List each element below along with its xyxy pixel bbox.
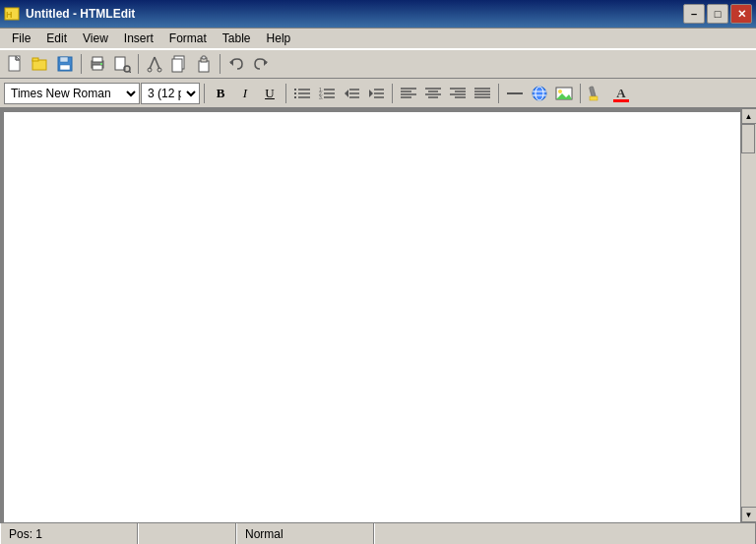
ordered-list-icon: 1. 2. 3. bbox=[318, 85, 336, 102]
bold-button[interactable]: B bbox=[209, 82, 232, 105]
undo-button[interactable] bbox=[224, 52, 248, 76]
redo-icon bbox=[252, 55, 270, 73]
scroll-up-button[interactable]: ▲ bbox=[741, 108, 757, 124]
new-icon bbox=[7, 55, 25, 73]
print-button[interactable] bbox=[86, 52, 109, 76]
title-bar-controls: – □ ✕ bbox=[683, 4, 752, 24]
paste-button[interactable] bbox=[192, 52, 216, 76]
toolbar1-sep1 bbox=[81, 54, 82, 74]
svg-marker-45 bbox=[369, 90, 373, 97]
toolbar2-sep4 bbox=[498, 84, 499, 103]
text-color-icon: A bbox=[612, 85, 630, 102]
svg-point-66 bbox=[533, 87, 546, 100]
svg-rect-26 bbox=[202, 56, 206, 59]
svg-rect-31 bbox=[294, 92, 296, 94]
decrease-indent-button[interactable] bbox=[340, 82, 363, 105]
highlight-icon bbox=[588, 85, 605, 102]
svg-rect-12 bbox=[93, 57, 102, 62]
new-button[interactable] bbox=[4, 52, 28, 76]
font-size-select[interactable]: 3 (12 pt) bbox=[141, 83, 200, 104]
menu-view[interactable]: View bbox=[75, 30, 116, 47]
svg-rect-9 bbox=[60, 57, 68, 62]
insert-image-button[interactable] bbox=[552, 82, 576, 105]
svg-rect-23 bbox=[172, 59, 182, 72]
save-button[interactable] bbox=[53, 52, 77, 76]
insert-link-button[interactable] bbox=[528, 82, 551, 105]
app-icon: H bbox=[4, 6, 20, 22]
unordered-list-icon bbox=[293, 85, 311, 102]
toolbar2-sep3 bbox=[392, 84, 393, 103]
svg-line-18 bbox=[150, 57, 155, 69]
maximize-button[interactable]: □ bbox=[707, 4, 728, 24]
app-title: Untitled - HTMLEdit bbox=[26, 7, 135, 21]
vertical-scrollbar: ▲ ▼ bbox=[740, 108, 756, 522]
align-left-icon bbox=[400, 85, 417, 102]
preview-button[interactable] bbox=[110, 52, 134, 76]
menu-file[interactable]: File bbox=[4, 30, 38, 47]
status-extra bbox=[374, 523, 756, 544]
undo-icon bbox=[227, 55, 245, 73]
svg-point-14 bbox=[100, 63, 102, 65]
svg-rect-7 bbox=[32, 58, 38, 61]
copy-button[interactable] bbox=[167, 52, 191, 76]
close-button[interactable]: ✕ bbox=[730, 4, 752, 24]
svg-rect-29 bbox=[294, 89, 296, 91]
align-left-button[interactable] bbox=[397, 82, 420, 105]
align-justify-button[interactable] bbox=[471, 82, 494, 105]
toolbar1 bbox=[0, 49, 756, 79]
unordered-list-button[interactable] bbox=[290, 82, 314, 105]
insert-link-icon bbox=[531, 85, 548, 102]
menu-table[interactable]: Table bbox=[215, 30, 259, 47]
align-center-button[interactable] bbox=[421, 82, 445, 105]
redo-button[interactable] bbox=[249, 52, 273, 76]
svg-point-71 bbox=[558, 90, 562, 93]
paste-icon bbox=[195, 55, 213, 73]
insert-image-icon bbox=[555, 85, 573, 102]
svg-line-17 bbox=[129, 71, 131, 73]
menu-help[interactable]: Help bbox=[259, 30, 299, 47]
increase-indent-icon bbox=[367, 85, 385, 102]
underline-button[interactable]: U bbox=[258, 82, 282, 105]
font-name-select[interactable]: Times New Roman bbox=[4, 83, 140, 104]
title-bar-left: H Untitled - HTMLEdit bbox=[4, 6, 135, 22]
minimize-button[interactable]: – bbox=[683, 4, 705, 24]
horizontal-rule-icon bbox=[506, 85, 524, 102]
editor-area bbox=[4, 112, 740, 522]
align-right-button[interactable] bbox=[446, 82, 470, 105]
editor-container: ▲ ▼ bbox=[0, 108, 756, 522]
cut-icon bbox=[146, 55, 163, 73]
save-icon bbox=[56, 55, 74, 73]
svg-rect-24 bbox=[199, 61, 209, 72]
status-style: Normal bbox=[236, 523, 374, 544]
title-bar: H Untitled - HTMLEdit – □ ✕ bbox=[0, 0, 756, 28]
svg-rect-33 bbox=[294, 96, 296, 98]
text-color-button[interactable]: A bbox=[609, 82, 633, 105]
open-button[interactable] bbox=[29, 52, 52, 76]
open-icon bbox=[32, 55, 49, 73]
toolbar1-sep2 bbox=[138, 54, 139, 74]
status-bar: Pos: 1 Normal bbox=[0, 522, 756, 544]
align-right-icon bbox=[449, 85, 467, 102]
toolbar2-sep5 bbox=[580, 84, 581, 103]
horizontal-rule-button[interactable] bbox=[503, 82, 527, 105]
align-center-icon bbox=[424, 85, 442, 102]
highlight-button[interactable] bbox=[585, 82, 608, 105]
status-position: Pos: 1 bbox=[0, 523, 138, 544]
menu-insert[interactable]: Insert bbox=[116, 30, 161, 47]
increase-indent-button[interactable] bbox=[364, 82, 388, 105]
ordered-list-button[interactable]: 1. 2. 3. bbox=[315, 82, 339, 105]
status-info bbox=[138, 523, 236, 544]
cut-button[interactable] bbox=[143, 52, 166, 76]
svg-rect-10 bbox=[60, 65, 70, 70]
svg-text:H: H bbox=[6, 10, 13, 20]
scroll-thumb[interactable] bbox=[741, 124, 755, 153]
decrease-indent-icon bbox=[343, 85, 360, 102]
editor-content[interactable] bbox=[4, 112, 740, 522]
align-justify-icon bbox=[473, 85, 491, 102]
svg-rect-74 bbox=[590, 96, 598, 100]
menu-format[interactable]: Format bbox=[161, 30, 215, 47]
scroll-down-button[interactable]: ▼ bbox=[741, 507, 757, 522]
italic-button[interactable]: I bbox=[233, 82, 257, 105]
menu-bar: File Edit View Insert Format Table Help bbox=[0, 28, 756, 49]
menu-edit[interactable]: Edit bbox=[38, 30, 75, 47]
